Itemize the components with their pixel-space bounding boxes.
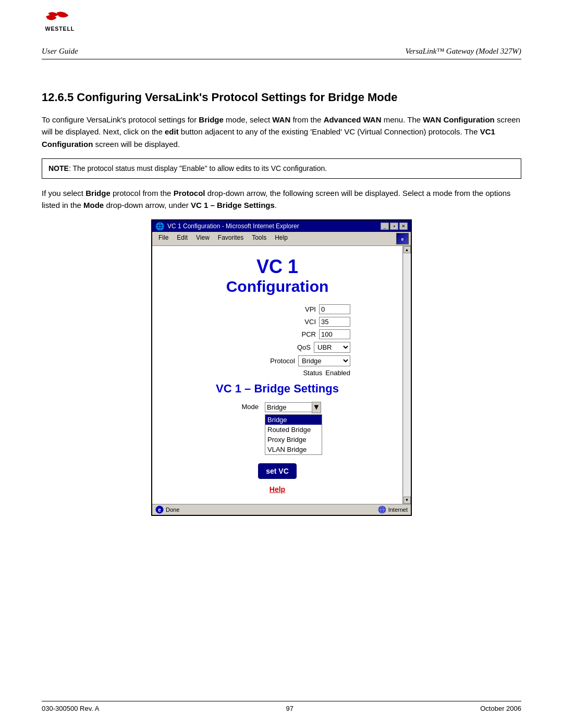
status-value: Enabled (325, 369, 350, 377)
vc-title-line2: Configuration (168, 277, 387, 296)
qos-select[interactable]: UBR (314, 342, 350, 353)
pcr-label: PCR (279, 330, 316, 338)
set-vc-button[interactable]: set VC (258, 463, 297, 479)
help-container: Help (168, 485, 387, 493)
protocol-row: Protocol Bridge (204, 355, 350, 366)
main-content: 12.6.5 Configuring VersaLink's Protocol … (42, 91, 521, 516)
status-right: Internet (378, 505, 408, 514)
menu-tools[interactable]: Tools (248, 233, 271, 244)
vc-title-line1: VC 1 (168, 256, 387, 277)
status-left: e Done (155, 505, 179, 514)
paragraph-1: To configure VersaLink's protocol settin… (42, 114, 521, 150)
browser-inner: VC 1 Configuration VPI VCI (152, 246, 411, 504)
status-done-text: Done (166, 507, 179, 513)
header-right: VersaLink™ Gateway (Model 327W) (405, 47, 521, 56)
status-row: Status Enabled (204, 369, 350, 377)
status-internet-text: Internet (388, 507, 408, 513)
vci-input[interactable] (319, 317, 350, 327)
pcr-input[interactable] (319, 329, 350, 339)
browser-title-bar: 🌐 VC 1 Configuration - Microsoft Interne… (152, 220, 411, 232)
qos-label: QoS (274, 343, 311, 351)
note-box: NOTE: The protocol status must display "… (42, 158, 521, 179)
menu-file[interactable]: File (154, 233, 173, 244)
title-controls[interactable]: _ ▪ ✕ (381, 223, 408, 230)
menu-view[interactable]: View (192, 233, 214, 244)
mode-input-area: ▼ Bridge Routed Bridge Proxy Bridge VLAN… (265, 402, 322, 455)
page-footer: 030-300500 Rev. A 97 October 2006 (42, 701, 521, 712)
scroll-track (403, 253, 411, 497)
config-form: VPI VCI PCR QoS (204, 304, 350, 377)
dropdown-option-vlan[interactable]: VLAN Bridge (265, 445, 322, 454)
vci-row: VCI (204, 317, 350, 327)
mode-input[interactable] (265, 402, 312, 412)
page: User Guide VersaLink™ Gateway (Model 327… (0, 0, 563, 728)
vci-label: VCI (279, 318, 316, 326)
vpi-row: VPI (204, 304, 350, 314)
footer-left: 030-300500 Rev. A (42, 705, 99, 712)
svg-text:e: e (158, 507, 161, 513)
dropdown-option-routed[interactable]: Routed Bridge (265, 425, 322, 435)
set-vc-container: set VC (168, 458, 387, 482)
qos-row: QoS UBR (204, 342, 350, 353)
mode-dropdown-arrow[interactable]: ▼ (312, 402, 321, 413)
browser-title-text: 🌐 VC 1 Configuration - Microsoft Interne… (155, 222, 299, 230)
vpi-input[interactable] (319, 304, 350, 314)
dropdown-option-proxy[interactable]: Proxy Bridge (265, 435, 322, 445)
browser-title-label: VC 1 Configuration - Microsoft Internet … (167, 223, 299, 230)
status-label: Status (286, 369, 322, 377)
section-title: 12.6.5 Configuring VersaLink's Protocol … (42, 91, 521, 104)
dropdown-option-bridge[interactable]: Bridge (265, 415, 322, 425)
protocol-select[interactable]: Bridge (298, 355, 350, 366)
internet-icon (378, 505, 386, 514)
paragraph-2: If you select Bridge protocol from the P… (42, 187, 521, 212)
browser-window: 🌐 VC 1 Configuration - Microsoft Interne… (151, 219, 412, 516)
restore-button[interactable]: ▪ (390, 223, 398, 230)
protocol-label: Protocol (259, 357, 295, 365)
scrollbar[interactable]: ▲ ▼ (402, 246, 411, 504)
pcr-row: PCR (204, 329, 350, 339)
menu-edit[interactable]: Edit (173, 233, 192, 244)
footer-center: 97 (286, 705, 293, 712)
menu-help[interactable]: Help (271, 233, 292, 244)
close-button[interactable]: ✕ (399, 223, 408, 230)
mode-label: Mode (232, 402, 259, 411)
mode-select-row: ▼ (265, 402, 322, 413)
scroll-up-button[interactable]: ▲ (403, 246, 411, 253)
browser-icon: 🌐 (155, 222, 164, 230)
browser-status-bar: e Done Internet (152, 504, 411, 515)
minimize-button[interactable]: _ (381, 223, 389, 230)
help-link[interactable]: Help (270, 485, 285, 493)
ie-status-icon: e (155, 505, 164, 514)
ie-icon: e (396, 233, 409, 244)
browser-menubar: File Edit View Favorites Tools Help e (152, 232, 411, 246)
footer-right: October 2006 (480, 705, 521, 712)
browser-main-content: VC 1 Configuration VPI VCI (152, 246, 402, 504)
menu-favorites[interactable]: Favorites (214, 233, 248, 244)
mode-dropdown-list: Bridge Routed Bridge Proxy Bridge VLAN B… (265, 414, 322, 455)
bridge-settings-title: VC 1 – Bridge Settings (168, 382, 387, 396)
page-header: User Guide VersaLink™ Gateway (Model 327… (42, 47, 521, 59)
header-left: User Guide (42, 47, 78, 56)
vpi-label: VPI (279, 305, 316, 313)
mode-section: Mode ▼ Bridge Routed Bridge Proxy Bridge (168, 402, 387, 455)
scroll-down-button[interactable]: ▼ (403, 497, 411, 504)
